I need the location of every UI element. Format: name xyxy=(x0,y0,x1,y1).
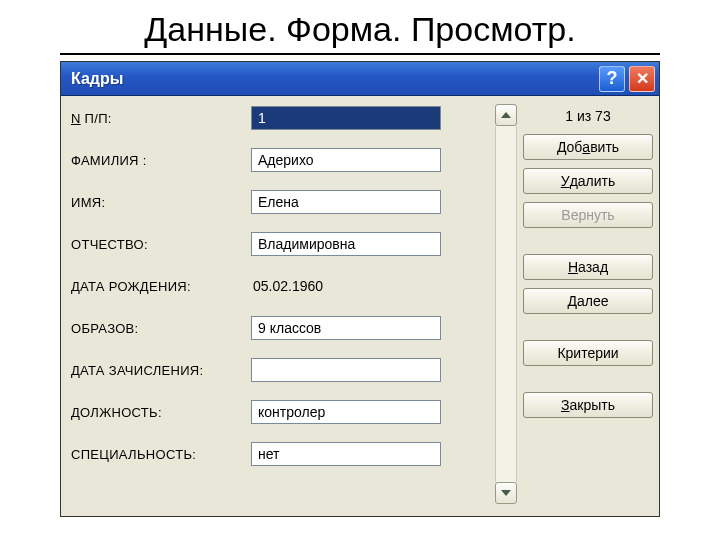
scroll-down-button[interactable] xyxy=(495,482,517,504)
scroll-up-button[interactable] xyxy=(495,104,517,126)
close-window-button[interactable]: ✕ xyxy=(629,66,655,92)
input-n-pp[interactable] xyxy=(251,106,441,130)
next-button[interactable]: Далее xyxy=(523,288,653,314)
label-specialty: СПЕЦИАЛЬНОСТЬ: xyxy=(71,447,251,462)
record-scrollbar[interactable] xyxy=(495,104,517,504)
input-specialty[interactable] xyxy=(251,442,441,466)
add-button[interactable]: Добавить xyxy=(523,134,653,160)
titlebar: Кадры ? ✕ xyxy=(61,62,659,96)
window-title: Кадры xyxy=(71,70,123,88)
input-patronymic[interactable] xyxy=(251,232,441,256)
dialog-window: Кадры ? ✕ N П/П: ФАМИЛИЯ : ИМЯ: ОТЧЕСТВО… xyxy=(60,61,660,517)
side-panel: 1 из 73 Добавить Удалить Вернуть Назад Д… xyxy=(523,104,653,504)
input-position[interactable] xyxy=(251,400,441,424)
restore-button: Вернуть xyxy=(523,202,653,228)
label-firstname: ИМЯ: xyxy=(71,195,251,210)
label-birthdate: ДАТА РОЖДЕНИЯ: xyxy=(71,279,251,294)
record-counter: 1 из 73 xyxy=(523,104,653,134)
label-position: ДОЛЖНОСТЬ: xyxy=(71,405,251,420)
input-lastname[interactable] xyxy=(251,148,441,172)
input-hiredate[interactable] xyxy=(251,358,441,382)
scroll-track[interactable] xyxy=(495,126,517,482)
value-birthdate: 05.02.1960 xyxy=(251,278,323,294)
page-title: Данные. Форма. Просмотр. xyxy=(60,0,660,55)
chevron-up-icon xyxy=(501,112,511,118)
delete-button[interactable]: Удалить xyxy=(523,168,653,194)
close-button[interactable]: Закрыть xyxy=(523,392,653,418)
form-area: N П/П: ФАМИЛИЯ : ИМЯ: ОТЧЕСТВО: ДАТА РОЖ… xyxy=(71,104,489,504)
label-lastname: ФАМИЛИЯ : xyxy=(71,153,251,168)
label-education: ОБРАЗОВ: xyxy=(71,321,251,336)
back-button[interactable]: Назад xyxy=(523,254,653,280)
input-firstname[interactable] xyxy=(251,190,441,214)
label-n-pp: N П/П: xyxy=(71,111,251,126)
help-button[interactable]: ? xyxy=(599,66,625,92)
dialog-body: N П/П: ФАМИЛИЯ : ИМЯ: ОТЧЕСТВО: ДАТА РОЖ… xyxy=(61,96,659,516)
criteria-button[interactable]: Критерии xyxy=(523,340,653,366)
label-patronymic: ОТЧЕСТВО: xyxy=(71,237,251,252)
label-hiredate: ДАТА ЗАЧИСЛЕНИЯ: xyxy=(71,363,251,378)
chevron-down-icon xyxy=(501,490,511,496)
input-education[interactable] xyxy=(251,316,441,340)
